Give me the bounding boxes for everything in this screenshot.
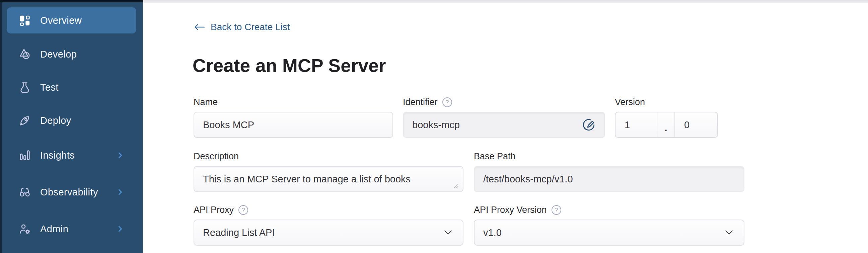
api-proxy-field-group: API Proxy ? Reading List API — [193, 204, 463, 246]
version-field-group: Version 1 . 0 — [615, 96, 718, 138]
bar-chart-icon — [19, 149, 31, 162]
name-field-group: Name Books MCP — [193, 96, 393, 138]
api-proxy-value: Reading List API — [203, 227, 442, 238]
name-label: Name — [193, 96, 393, 108]
edit-icon[interactable] — [582, 118, 596, 132]
resize-grip-icon[interactable] — [453, 183, 459, 189]
sidebar-item-overview[interactable]: Overview — [7, 7, 136, 33]
sidebar-item-test[interactable]: Test — [7, 74, 136, 100]
chevron-down-icon — [442, 227, 454, 239]
chevron-right-icon — [116, 187, 125, 197]
version-major-input[interactable]: 1 — [616, 113, 657, 137]
api-proxy-version-field-group: API Proxy Version ? v1.0 — [474, 204, 744, 246]
rocket-icon — [19, 114, 31, 127]
sidebar-item-label: Observability — [40, 187, 98, 198]
sidebar-item-insights[interactable]: Insights — [7, 142, 136, 168]
api-proxy-version-select[interactable]: v1.0 — [474, 220, 744, 246]
sidebar-item-label: Test — [40, 82, 59, 93]
version-separator: . — [657, 113, 675, 137]
binoculars-icon — [19, 186, 31, 198]
back-link-label: Back to Create List — [211, 22, 290, 32]
help-icon[interactable]: ? — [239, 205, 248, 215]
identifier-input[interactable]: books-mcp — [403, 112, 605, 138]
api-proxy-select[interactable]: Reading List API — [193, 220, 463, 246]
sidebar: Overview Develop Test Deploy — [0, 0, 143, 253]
sidebar-item-observability[interactable]: Observability — [7, 179, 136, 205]
base-path-field-group: Base Path /test/books-mcp/v1.0 — [474, 151, 744, 192]
identifier-value: books-mcp — [412, 120, 582, 130]
base-path-value: /test/books-mcp/v1.0 — [483, 174, 735, 185]
version-control: 1 . 0 — [615, 112, 718, 138]
user-gear-icon — [19, 223, 31, 235]
base-path-label: Base Path — [474, 151, 744, 162]
test-flask-icon — [19, 81, 31, 94]
sidebar-item-label: Admin — [40, 224, 68, 234]
version-label: Version — [615, 96, 718, 108]
name-value: Books MCP — [203, 120, 384, 130]
help-icon[interactable]: ? — [552, 205, 561, 215]
chevron-down-icon — [723, 227, 735, 239]
sidebar-item-develop[interactable]: Develop — [7, 41, 136, 67]
api-proxy-version-label: API Proxy Version ? — [474, 204, 744, 216]
chevron-right-icon — [116, 151, 125, 160]
sidebar-item-label: Develop — [40, 49, 77, 60]
back-arrow-icon — [193, 23, 205, 31]
description-label: Description — [193, 151, 463, 162]
help-icon[interactable]: ? — [442, 97, 452, 107]
api-proxy-version-value: v1.0 — [483, 227, 723, 238]
description-textarea[interactable]: This is an MCP Server to manage a list o… — [193, 166, 463, 192]
sidebar-item-label: Deploy — [40, 115, 71, 126]
page-title: Create an MCP Server — [192, 55, 386, 76]
sidebar-item-admin[interactable]: Admin — [7, 216, 136, 242]
version-minor-input[interactable]: 0 — [675, 113, 717, 137]
identifier-label: Identifier ? — [403, 96, 605, 108]
sidebar-item-label: Overview — [40, 15, 82, 26]
name-input[interactable]: Books MCP — [193, 112, 393, 138]
description-value: This is an MCP Server to manage a list o… — [203, 174, 454, 185]
identifier-field-group: Identifier ? books-mcp — [403, 96, 605, 138]
back-link[interactable]: Back to Create List — [193, 21, 290, 33]
description-field-group: Description This is an MCP Server to man… — [193, 151, 463, 192]
base-path-input[interactable]: /test/books-mcp/v1.0 — [474, 166, 744, 192]
develop-icon — [19, 48, 31, 61]
api-proxy-label: API Proxy ? — [193, 204, 463, 216]
sidebar-item-label: Insights — [40, 150, 75, 161]
main-content: Back to Create List Create an MCP Server… — [143, 0, 868, 253]
sidebar-item-deploy[interactable]: Deploy — [7, 107, 136, 133]
chevron-right-icon — [116, 224, 125, 233]
dashboard-icon — [19, 14, 31, 27]
